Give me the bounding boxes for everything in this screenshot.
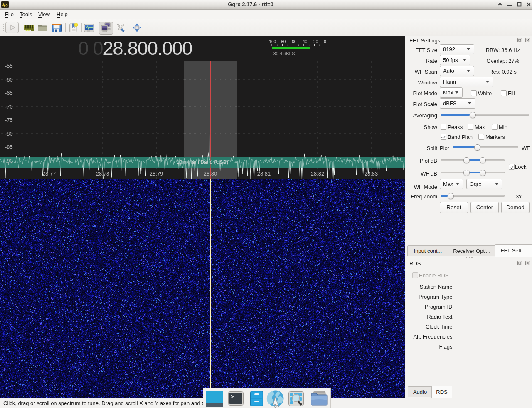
- svg-text:10m Ham Band (USB): 10m Ham Band (USB): [177, 159, 228, 165]
- svg-text:28.78: 28.78: [96, 171, 110, 177]
- svg-text:28.80: 28.80: [204, 171, 217, 177]
- svg-text:-40: -40: [301, 40, 308, 44]
- svg-text:-55: -55: [5, 63, 13, 69]
- svg-text:-90: -90: [5, 158, 13, 164]
- svg-text:0: 0: [324, 40, 326, 44]
- svg-text:-60: -60: [291, 40, 297, 44]
- svg-text:-75: -75: [5, 117, 13, 123]
- svg-text:-30.4 dBFS: -30.4 dBFS: [272, 51, 295, 56]
- svg-text:-70: -70: [5, 104, 13, 110]
- svg-text:-100: -100: [268, 40, 276, 44]
- svg-text:-60: -60: [5, 77, 13, 83]
- svg-text:28.83: 28.83: [365, 171, 378, 177]
- svg-text:-80: -80: [280, 40, 286, 44]
- svg-text:-65: -65: [5, 90, 13, 96]
- svg-text:-85: -85: [5, 144, 13, 150]
- svg-text:28.79: 28.79: [150, 171, 163, 177]
- svg-text:-20: -20: [312, 40, 318, 44]
- svg-text:28.77: 28.77: [42, 171, 56, 177]
- svg-text:28.82: 28.82: [311, 171, 325, 177]
- svg-text:-80: -80: [5, 131, 13, 137]
- svg-text:28.81: 28.81: [257, 171, 271, 177]
